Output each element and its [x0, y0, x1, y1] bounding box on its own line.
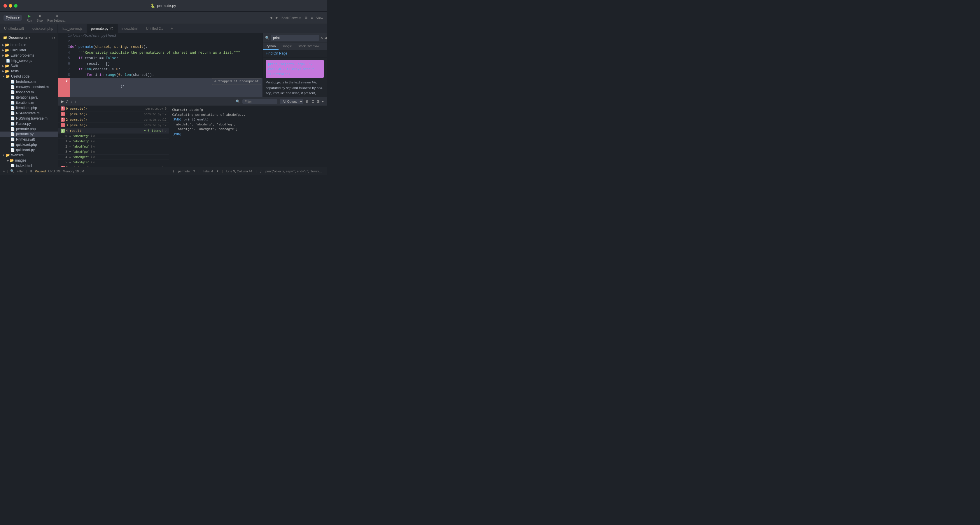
- find-on-page-link[interactable]: Find On Page: [263, 50, 327, 57]
- tab-untitled-swift[interactable]: Untitled.swift: [0, 24, 28, 33]
- stop-button[interactable]: ■ Stop: [37, 13, 43, 22]
- docs-tab-google[interactable]: Google: [278, 43, 294, 50]
- run-settings-button[interactable]: ⚙ Run Settings...: [47, 13, 67, 22]
- sidebar-item-label: NSString traverse.m: [16, 116, 48, 121]
- tabs-info[interactable]: Tabs: 4: [203, 169, 213, 173]
- tab-label: http_server.js: [62, 27, 82, 30]
- minimize-button[interactable]: [9, 4, 12, 8]
- debug-continue-btn[interactable]: ▶: [61, 99, 64, 103]
- sidebar-item-iterations-java[interactable]: 📄 iterations.java: [0, 95, 58, 100]
- view-split-button[interactable]: ⊞: [305, 16, 307, 19]
- tab-permute-py[interactable]: permute.py: [87, 24, 118, 33]
- function-icon: ƒ: [173, 169, 174, 173]
- sidebar-item-swift[interactable]: ▶ 📂 Swift: [0, 63, 58, 68]
- view-button[interactable]: ≡: [311, 16, 313, 19]
- sidebar-item-conways[interactable]: 📄 conways_constant.m: [0, 84, 58, 89]
- tab-quicksort-php[interactable]: quicksort.php: [28, 24, 57, 33]
- sidebar-header[interactable]: 📁 Documents ▾ ‹ ›: [0, 33, 58, 42]
- sidebar-item-label: quicksort.php: [16, 143, 37, 147]
- sidebar-item-nspredicate[interactable]: 📄 NSPredicate.m: [0, 111, 58, 116]
- nav-forward-icon[interactable]: ›: [54, 36, 55, 40]
- file-icon: 📄: [11, 90, 15, 94]
- sidebar-item-tests[interactable]: ▶ 📂 Tests: [0, 68, 58, 74]
- code-line-5: 5 if result == False:: [58, 56, 262, 61]
- debug-subvar-0[interactable]: 0 = 'abcdefg' ℹ⊘: [58, 134, 169, 139]
- sidebar-item-label: Useful code: [11, 75, 29, 78]
- function-name[interactable]: permute: [178, 169, 189, 173]
- debug-step-over-btn[interactable]: ⤴: [66, 99, 68, 103]
- debug-subvar-2[interactable]: 2 = 'abcdfeg' ℹ⊘: [58, 144, 169, 150]
- docs-tab-python[interactable]: Python: [263, 43, 278, 50]
- statusbar-divider: |: [256, 169, 257, 173]
- sidebar-item-iterations-php[interactable]: 📄 iterations.php: [0, 105, 58, 111]
- tab-index-html[interactable]: index.html: [118, 24, 142, 33]
- sidebar-item-website[interactable]: ▼ 📂 Website: [0, 153, 58, 158]
- clear-output-btn[interactable]: 🗑: [305, 99, 309, 103]
- code-editor[interactable]: 1 #!/usr/bin/env python3 2 3 def permute…: [58, 33, 262, 97]
- sidebar-item-primes-swift[interactable]: 📄 Primes.swift: [0, 137, 58, 142]
- close-button[interactable]: [3, 4, 7, 8]
- loading-spinner: [110, 27, 113, 30]
- layout-btn-1[interactable]: ⊡: [312, 99, 314, 103]
- filter-label[interactable]: Filter: [17, 169, 24, 173]
- forward-button[interactable]: ▶: [275, 16, 278, 19]
- debug-frame-2[interactable]: 2 2 permute() permute.py:12: [58, 117, 169, 123]
- nav-back-icon[interactable]: ‹: [52, 36, 53, 40]
- debug-subvar-1[interactable]: 1 = 'abcdefg' ℹ⊘: [58, 139, 169, 144]
- code-line-3: 3 def permute(charset, string, result):: [58, 45, 262, 50]
- debug-frame-5[interactable]: 5 5 <string>:1 ℹ⊘: [58, 165, 169, 167]
- debug-frame-1[interactable]: 1 1 permute() permute.py:12: [58, 111, 169, 117]
- debug-subvar-5[interactable]: 5 = 'abcdgfe' ℹ⊘: [58, 160, 169, 165]
- debug-frame-3[interactable]: 3 3 permute() permute.py:12: [58, 123, 169, 128]
- sidebar-item-permute-py[interactable]: 📄 permute.py: [0, 132, 58, 137]
- sidebar-item-nsstring[interactable]: 📄 NSString traverse.m: [0, 116, 58, 121]
- file-icon: 📄: [11, 148, 15, 152]
- docs-tab-stackoverflow[interactable]: Stack Overflow: [295, 43, 322, 50]
- clear-search-icon[interactable]: ✕: [320, 36, 323, 40]
- output-select[interactable]: All Output: [280, 99, 303, 104]
- collapse-icon: ▶: [2, 70, 5, 73]
- back-button[interactable]: ◀: [270, 16, 272, 19]
- sidebar-item-permute-php[interactable]: 📄 permute.php: [0, 126, 58, 132]
- editor-main: 1 #!/usr/bin/env python3 2 3 def permute…: [58, 33, 327, 97]
- debug-output-panel[interactable]: Charset: abcdefg Calculating permutation…: [169, 106, 327, 167]
- collapse-icon: ▶: [2, 54, 5, 57]
- sidebar-item-parser[interactable]: 📄 Parser.py: [0, 121, 58, 126]
- debug-step-out-btn[interactable]: ↑: [75, 99, 76, 103]
- debug-filter-input[interactable]: [242, 99, 277, 104]
- sidebar-item-quicksort-py[interactable]: 📄 quicksort.py: [0, 147, 58, 153]
- memory-status: Memory 10.3M: [63, 169, 84, 173]
- layout-btn-2[interactable]: ⊞: [317, 99, 320, 103]
- sidebar-item-bruteforce-m[interactable]: 📄 bruteforce.m: [0, 79, 58, 84]
- maximize-button[interactable]: [14, 4, 18, 8]
- frame-icon: 2: [60, 118, 65, 122]
- debug-subvar-3[interactable]: 3 = 'abcdfge' ℹ⊘: [58, 150, 169, 154]
- sidebar-item-calculator[interactable]: ▶ 📂 Calculator: [0, 48, 58, 53]
- sidebar-item-bruteforce[interactable]: ▶ 📂 bruteforce: [0, 42, 58, 48]
- sidebar-item-images[interactable]: ▶ 📂 images: [0, 158, 58, 163]
- layout-more-btn[interactable]: ▾: [322, 99, 324, 103]
- sidebar-item-quicksort-php[interactable]: 📄 quicksort.php: [0, 142, 58, 147]
- sidebar-item-useful-code[interactable]: ▼ 📂 Useful code: [0, 74, 58, 79]
- output-line: Calculating permutations of abcdefg...: [172, 113, 324, 118]
- sidebar-item-iterations-m[interactable]: 📄 iterations.m: [0, 100, 58, 105]
- add-file-button[interactable]: +: [3, 169, 5, 173]
- run-button[interactable]: ▶ Run: [27, 13, 32, 22]
- debug-frame-0[interactable]: 0 0 permute() permute.py:9: [58, 106, 169, 111]
- docs-search-input[interactable]: [270, 35, 319, 41]
- code-table: 1 #!/usr/bin/env python3 2 3 def permute…: [58, 33, 262, 97]
- sidebar-item-fibonacci[interactable]: 📄 fibonacci.m: [0, 89, 58, 95]
- sidebar-item-label: conways_constant.m: [16, 85, 49, 89]
- nav-prev-icon[interactable]: ◀: [325, 36, 327, 40]
- sidebar-item-euler[interactable]: ▶ 📂 Euler problems: [0, 53, 58, 58]
- tab-http-server-js[interactable]: http_server.js: [57, 24, 87, 33]
- debug-frame-4[interactable]: V 4 result = 6 items ℹ⊘: [58, 128, 169, 134]
- tab-untitled-2c[interactable]: Untitled 2.c: [142, 24, 168, 33]
- add-tab-button[interactable]: +: [168, 24, 176, 33]
- debug-step-into-btn[interactable]: ↓: [70, 99, 72, 103]
- debug-subvar-4[interactable]: 4 = 'abcdgef' ℹ⊘: [58, 154, 169, 160]
- sidebar-item-http-server[interactable]: 📄 http_server.js: [0, 58, 58, 63]
- sidebar-item-index-html[interactable]: 📄 index.html: [0, 163, 58, 167]
- titlebar: 🐍 permute.py: [0, 0, 327, 12]
- language-selector[interactable]: Python ▾: [3, 15, 22, 21]
